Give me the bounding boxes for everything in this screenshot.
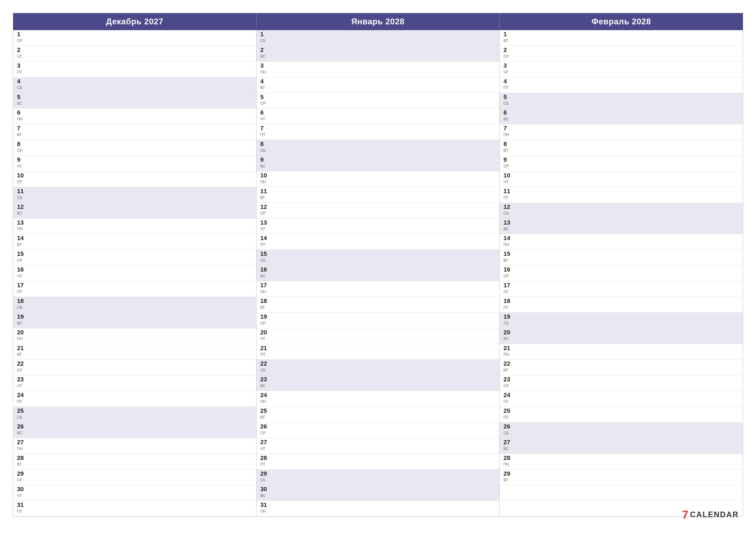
day-row: 20ПН: [13, 328, 256, 344]
day-name: ПТ: [260, 352, 272, 357]
day-name: СР: [503, 54, 515, 59]
day-info: 23СР: [503, 376, 515, 388]
day-name: ЧТ: [17, 494, 29, 498]
day-number: 18: [260, 298, 272, 304]
day-name: ВТ: [503, 368, 515, 372]
day-number: 23: [260, 376, 272, 383]
day-row: 11ПТ: [500, 187, 743, 203]
day-name: ВТ: [260, 305, 272, 310]
month-column-dec2027: Декабрь 20271СР2ЧТ3ПТ4СБ5ВС6ПН7ВТ8СР9ЧТ1…: [13, 13, 256, 517]
day-number: 8: [17, 141, 29, 147]
day-info: 29СБ: [260, 470, 272, 483]
day-row: 16ВС: [256, 266, 500, 281]
day-row: 15ВТ: [500, 250, 743, 266]
day-info: 2ЧТ: [17, 47, 29, 59]
day-row: 12ВС: [13, 203, 256, 218]
day-row: 30ЧТ: [13, 485, 256, 501]
day-name: ЧТ: [503, 290, 515, 294]
day-number: 14: [503, 235, 515, 242]
day-number: 2: [503, 47, 515, 53]
day-name: ПТ: [17, 290, 29, 294]
day-number: 21: [503, 345, 515, 352]
day-number: 12: [17, 204, 29, 210]
day-info: 2ВС: [260, 47, 272, 59]
day-row: 7ПТ: [256, 124, 500, 140]
day-name: ПН: [260, 70, 272, 74]
day-name: СР: [260, 431, 272, 435]
day-info: 25ПТ: [503, 408, 515, 420]
day-info: 21ПН: [503, 345, 515, 357]
day-number: 26: [503, 423, 515, 430]
day-number: 4: [503, 78, 515, 85]
day-name: СБ: [17, 415, 29, 420]
day-number: 4: [260, 78, 272, 85]
day-name: СБ: [17, 305, 29, 310]
day-info: 20ПН: [17, 329, 29, 341]
day-info: 20ЧТ: [260, 329, 272, 341]
day-row: 3ПН: [256, 62, 500, 77]
day-info: 7ПТ: [260, 125, 272, 137]
day-number: 22: [17, 361, 29, 367]
day-row: 9ВС: [256, 156, 500, 171]
day-row: 14ПТ: [256, 234, 500, 250]
day-row: 13ПН: [13, 218, 256, 234]
day-info: 2СР: [503, 47, 515, 59]
day-row: 1СР: [13, 30, 256, 46]
day-info: 13ВС: [503, 219, 515, 232]
day-number: 19: [503, 314, 515, 320]
day-info: 17ЧТ: [503, 282, 515, 294]
month-column-jan2028: Январь 20281СБ2ВС3ПН4ВТ5СР6ЧТ7ПТ8СБ9ВС10…: [256, 13, 500, 517]
day-name: ПН: [17, 446, 29, 451]
day-row: 26СР: [256, 422, 500, 438]
day-number: 19: [17, 314, 29, 320]
day-info: 15СР: [17, 251, 29, 263]
day-number: 9: [503, 157, 515, 163]
day-number: 10: [503, 172, 515, 179]
day-name: ЧТ: [503, 70, 515, 74]
day-number: 15: [17, 251, 29, 257]
day-row: 7ПН: [500, 124, 743, 140]
day-row: 27ЧТ: [256, 438, 500, 454]
day-number: 1: [260, 31, 272, 38]
day-number: 10: [17, 172, 29, 179]
day-number: 29: [17, 470, 29, 477]
day-row: 26ВС: [13, 422, 256, 438]
day-info: 24ЧТ: [503, 392, 515, 404]
day-name: СБ: [503, 321, 515, 326]
day-number: 17: [260, 282, 272, 289]
day-name: ЧТ: [17, 164, 29, 168]
day-row: 27ПН: [13, 438, 256, 454]
day-info: 21ВТ: [17, 345, 29, 357]
day-name: ВС: [503, 117, 515, 121]
day-name: ПН: [260, 399, 272, 404]
month-header-feb2028: Февраль 2028: [500, 13, 743, 30]
day-row: 11СБ: [13, 187, 256, 203]
day-name: ВТ: [503, 258, 515, 263]
days-container-feb2028: 1ВТ2СР3ЧТ4ПТ5СБ6ВС7ПН8ВТ9СР10ЧТ11ПТ12СБ1…: [500, 30, 743, 517]
day-row: 27ВС: [500, 438, 743, 454]
day-row: 18ПТ: [500, 297, 743, 313]
day-info: 27ВС: [503, 439, 515, 451]
day-info: 15ВТ: [503, 251, 515, 263]
day-number: 4: [17, 78, 29, 85]
day-number: 24: [260, 392, 272, 398]
calendar-wrapper: Декабрь 20271СР2ЧТ3ПТ4СБ5ВС6ПН7ВТ8СР9ЧТ1…: [0, 0, 756, 534]
day-name: ВС: [17, 101, 29, 106]
day-row: 21ПН: [500, 344, 743, 360]
day-name: ПТ: [17, 70, 29, 74]
day-info: 13ПН: [17, 219, 29, 232]
day-row: 24ПН: [256, 391, 500, 407]
day-name: СБ: [17, 86, 29, 90]
day-info: 1СБ: [260, 31, 272, 43]
day-number: 15: [503, 251, 515, 257]
day-name: ПН: [260, 509, 272, 514]
day-number: 28: [260, 455, 272, 461]
day-number: 11: [260, 188, 272, 195]
logo-area: 7 CALENDAR: [682, 508, 739, 521]
day-row: 12СБ: [500, 203, 743, 218]
day-name: ПН: [503, 242, 515, 247]
day-row: 3ЧТ: [500, 62, 743, 77]
day-info: 20ВС: [503, 329, 515, 341]
day-row: 13ВС: [500, 218, 743, 234]
day-row: 2ВС: [256, 46, 500, 62]
